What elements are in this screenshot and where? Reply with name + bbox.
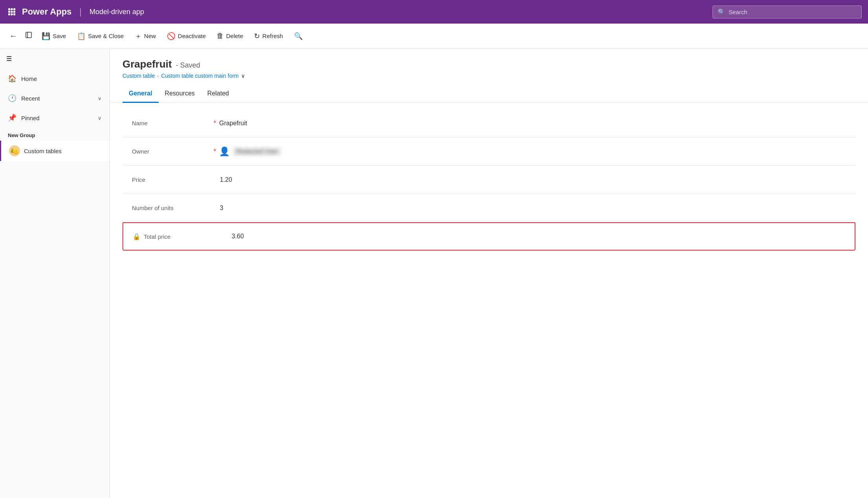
recent-icon: 🕐 [8, 94, 16, 103]
sidebar-menu-icon[interactable]: ☰ [0, 49, 110, 69]
field-total-price-row: 🔒 Total price 3.60 [122, 222, 855, 251]
field-owner-row: Owner * 👤 Redacted User [122, 137, 855, 166]
sidebar-item-label: Custom tables [24, 148, 62, 154]
svg-rect-9 [26, 32, 31, 38]
breadcrumb-form-link[interactable]: Custom table custom main form [161, 73, 239, 79]
record-status: - Saved [176, 61, 200, 70]
deactivate-icon: 🚫 [167, 32, 175, 40]
field-price-label: Price [132, 176, 210, 183]
field-owner-required: * [214, 148, 216, 155]
save-icon: 💾 [42, 32, 50, 40]
svg-rect-8 [13, 13, 15, 15]
app-grid-icon[interactable] [6, 8, 17, 15]
record-title: Grapefruit [122, 58, 172, 70]
field-name-value[interactable]: Grapefruit [219, 120, 247, 127]
svg-rect-7 [11, 13, 13, 15]
tabs: General Resources Related [110, 85, 868, 103]
tab-related[interactable]: Related [201, 85, 235, 103]
svg-rect-0 [8, 8, 10, 10]
header-divider: | [79, 7, 82, 17]
pinned-chevron-icon: ∨ [98, 115, 102, 121]
field-price-value[interactable]: 1.20 [220, 176, 232, 183]
svg-rect-4 [11, 11, 13, 13]
deactivate-button[interactable]: 🚫 Deactivate [162, 29, 210, 44]
sidebar: ☰ 🏠 Home 🕐 Recent ∨ 📌 Pinned ∨ New Group… [0, 49, 110, 498]
top-header: Power Apps | Model-driven app 🔍 [0, 0, 868, 24]
svg-rect-5 [13, 11, 15, 13]
save-close-button[interactable]: 📋 Save & Close [72, 29, 128, 44]
new-button[interactable]: ＋ New [130, 28, 161, 44]
refresh-button[interactable]: ↻ Refresh [249, 29, 288, 44]
breadcrumb-dropdown-icon[interactable]: ∨ [241, 73, 245, 79]
pinned-icon: 📌 [8, 114, 16, 122]
owner-person-icon: 👤 [219, 146, 230, 157]
field-name-label: Name [132, 120, 210, 126]
search-icon: 🔍 [718, 8, 725, 16]
header-search[interactable]: 🔍 [713, 5, 862, 18]
form-section: Name * Grapefruit Owner * 👤 Redacted Use… [122, 109, 855, 251]
app-subtitle: Model-driven app [90, 8, 144, 16]
sidebar-group-label: New Group [0, 128, 110, 141]
delete-icon: 🗑 [217, 32, 224, 40]
recent-chevron-icon: ∨ [98, 95, 102, 101]
search-input[interactable] [729, 9, 857, 15]
field-name-required: * [214, 120, 216, 127]
field-units-label: Number of units [132, 205, 210, 211]
breadcrumb-table-link[interactable]: Custom table [122, 73, 155, 79]
content-area: Grapefruit - Saved Custom table · Custom… [110, 49, 868, 498]
tab-resources[interactable]: Resources [159, 85, 201, 103]
sidebar-item-recent[interactable]: 🕐 Recent ∨ [0, 88, 110, 108]
field-units-row: Number of units 3 [122, 194, 855, 222]
toolbar-search-button[interactable]: 🔍 [289, 29, 307, 44]
delete-button[interactable]: 🗑 Delete [212, 29, 248, 43]
sidebar-item-home[interactable]: 🏠 Home [0, 69, 110, 88]
sidebar-item-custom-tables[interactable]: 🍋 Custom tables [0, 141, 110, 161]
sidebar-item-pinned[interactable]: 📌 Pinned ∨ [0, 108, 110, 128]
save-button[interactable]: 💾 Save [37, 29, 71, 44]
svg-rect-1 [11, 8, 13, 10]
field-name-row: Name * Grapefruit [122, 109, 855, 137]
toolbar-search-icon: 🔍 [294, 32, 303, 40]
record-header: Grapefruit - Saved Custom table · Custom… [110, 49, 868, 79]
field-owner-label: Owner [132, 148, 210, 155]
custom-tables-icon: 🍋 [9, 145, 20, 156]
refresh-icon: ↻ [254, 32, 260, 40]
field-total-price-label: Total price [144, 233, 222, 240]
field-price-row: Price 1.20 [122, 166, 855, 194]
toolbar: ← 💾 Save 📋 Save & Close ＋ New 🚫 Deactiva… [0, 24, 868, 49]
field-total-price-value[interactable]: 3.60 [232, 233, 244, 240]
expand-button[interactable] [22, 28, 35, 44]
app-title: Power Apps [22, 7, 71, 17]
lock-icon: 🔒 [133, 233, 141, 240]
field-owner-value[interactable]: Redacted User [233, 147, 281, 156]
main-layout: ☰ 🏠 Home 🕐 Recent ∨ 📌 Pinned ∨ New Group… [0, 49, 868, 498]
new-icon: ＋ [135, 31, 142, 41]
record-title-row: Grapefruit - Saved [122, 58, 855, 70]
svg-rect-3 [8, 11, 10, 13]
breadcrumb-separator: · [157, 73, 159, 79]
breadcrumb: Custom table · Custom table custom main … [122, 73, 855, 79]
home-icon: 🏠 [8, 74, 16, 83]
tab-general[interactable]: General [122, 85, 159, 103]
svg-rect-6 [8, 13, 10, 15]
field-units-value[interactable]: 3 [220, 205, 223, 212]
save-close-icon: 📋 [77, 32, 86, 40]
back-button[interactable]: ← [6, 28, 20, 44]
svg-rect-2 [13, 8, 15, 10]
